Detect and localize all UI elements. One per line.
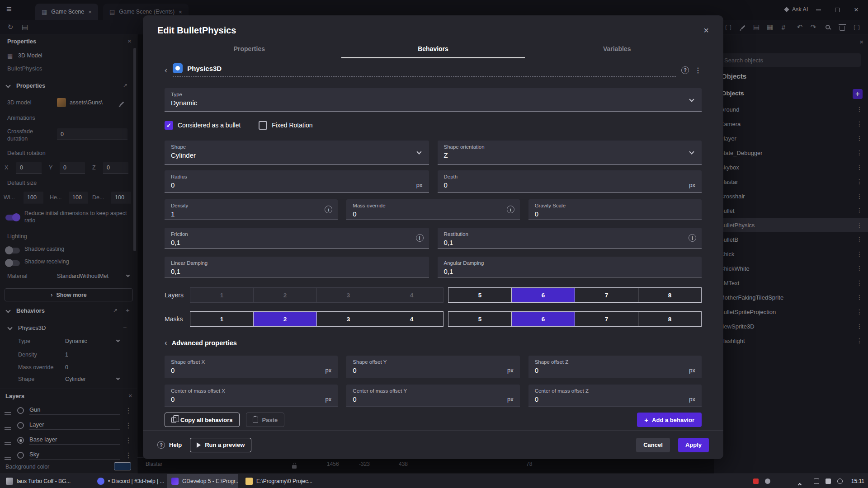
physics3d-icon — [173, 63, 183, 73]
field-value: 0,1 — [171, 267, 423, 275]
tray-app-icon-red[interactable] — [753, 479, 759, 484]
info-icon[interactable] — [416, 234, 424, 242]
field-value: 0 — [353, 210, 513, 218]
unit-label: px — [689, 182, 695, 188]
mass-override-input[interactable]: Mass override 0 — [346, 199, 519, 220]
dialog-title: Edit BulletPhysics — [157, 25, 236, 36]
mask-8-button[interactable]: 8 — [638, 311, 702, 327]
tray-expand-icon[interactable] — [798, 480, 801, 488]
tray-app-icon[interactable] — [765, 479, 770, 484]
paste-icon — [253, 417, 258, 423]
tray-volume-icon[interactable] — [826, 479, 831, 484]
layer-1-button[interactable]: 1 — [190, 287, 254, 303]
behavior-name-field[interactable]: Physics3D — [173, 63, 676, 77]
add-behavior-button[interactable]: Add a behavior — [637, 413, 702, 427]
shape-offset-x-input[interactable]: Shape offset X 0 px — [165, 356, 338, 378]
mask-4-button[interactable]: 4 — [380, 311, 443, 327]
plus-icon — [644, 416, 648, 424]
restitution-input[interactable]: Restitution 0,1 — [438, 228, 702, 249]
checkbox-label: Fixed Rotation — [272, 122, 312, 129]
help-button[interactable]: Help — [157, 441, 182, 449]
mask-5-button[interactable]: 5 — [448, 311, 512, 327]
tray-network-icon[interactable] — [814, 479, 819, 484]
field-label: Shape offset Y — [353, 359, 513, 365]
checkbox-icon[interactable] — [165, 121, 173, 130]
copy-all-behaviors-button[interactable]: Copy all behaviors — [165, 413, 240, 427]
info-icon[interactable] — [689, 234, 696, 242]
layer-7-button[interactable]: 7 — [575, 287, 638, 303]
taskbar-app-label: GDevelop 5 - E:\Progr... — [182, 478, 238, 484]
taskbar-app-explorer[interactable]: E:\Programy\0 Projec... — [241, 474, 312, 488]
linear-damping-input[interactable]: Linear Damping 0,1 — [165, 257, 429, 277]
taskbar-app-label: E:\Programy\0 Projec... — [256, 478, 312, 484]
com-offset-x-input[interactable]: Center of mass offset X 0 px — [165, 385, 338, 407]
taskbar-app-discord[interactable]: • Discord | #3d-help | ... — [93, 474, 164, 488]
mask-2-button[interactable]: 2 — [253, 311, 317, 327]
depth-input[interactable]: Depth 0 px — [438, 170, 702, 193]
shape-offset-y-input[interactable]: Shape offset Y 0 px — [346, 356, 519, 378]
cancel-button[interactable]: Cancel — [636, 438, 670, 452]
field-value: 0 — [535, 366, 695, 374]
layer-5-button[interactable]: 5 — [448, 287, 512, 303]
taskbar-app-1[interactable]: laus Turbo Golf - BG... — [2, 474, 89, 488]
checkbox-label: Considered as a bullet — [178, 122, 241, 129]
angular-damping-input[interactable]: Angular Damping 0,1 — [438, 257, 702, 277]
gdevelop-icon — [171, 478, 179, 485]
collapse-behavior-icon[interactable] — [165, 65, 167, 75]
apply-button[interactable]: Apply — [678, 438, 709, 452]
shape-select[interactable]: Shape Cylinder — [165, 141, 429, 165]
radius-input[interactable]: Radius 0 px — [165, 170, 429, 193]
field-label: Shape orientation — [444, 144, 696, 150]
fixed-rotation-checkbox[interactable]: Fixed Rotation — [259, 121, 312, 130]
tray-language-icon[interactable] — [837, 479, 843, 484]
layer-2-button[interactable]: 2 — [253, 287, 317, 303]
com-offset-y-input[interactable]: Center of mass offset Y 0 px — [346, 385, 519, 407]
shape-orientation-select[interactable]: Shape orientation Z — [438, 141, 702, 165]
field-value: 0 — [353, 366, 513, 374]
field-label: Center of mass offset Y — [353, 388, 513, 394]
close-dialog-icon[interactable] — [703, 25, 709, 36]
mask-6-button[interactable]: 6 — [511, 311, 575, 327]
dialog-header: Edit BulletPhysics — [143, 15, 723, 39]
button-label: Cancel — [643, 441, 663, 448]
mask-3-button[interactable]: 3 — [316, 311, 380, 327]
mask-1-button[interactable]: 1 — [190, 311, 254, 327]
field-label: Center of mass offset X — [171, 388, 331, 394]
run-preview-button[interactable]: Run a preview — [190, 438, 251, 452]
help-icon[interactable] — [681, 66, 689, 74]
layer-4-button[interactable]: 4 — [380, 287, 443, 303]
chevron-icon — [165, 338, 167, 347]
field-label: Density — [171, 203, 331, 208]
kebab-icon[interactable] — [694, 66, 702, 75]
layer-6-button[interactable]: 6 — [511, 287, 575, 303]
density-input[interactable]: Density 1 — [165, 199, 338, 220]
field-label: Gravity Scale — [535, 203, 695, 208]
unit-label: px — [416, 182, 423, 188]
folder-icon — [245, 478, 253, 485]
com-offset-z-input[interactable]: Center of mass offset Z 0 px — [528, 385, 702, 407]
tab-properties[interactable]: Properties — [157, 41, 341, 58]
considered-as-bullet-checkbox[interactable]: Considered as a bullet — [165, 121, 241, 130]
field-value: 0 — [535, 395, 695, 403]
info-icon[interactable] — [507, 206, 514, 213]
advanced-properties-toggle[interactable]: Advanced properties — [165, 338, 702, 348]
field-value: 0 — [444, 181, 696, 189]
friction-input[interactable]: Friction 0,1 — [165, 228, 429, 249]
play-icon — [197, 442, 201, 448]
button-label: Run a preview — [205, 441, 245, 448]
tab-behaviors[interactable]: Behaviors — [341, 41, 525, 58]
paste-button[interactable]: Paste — [246, 413, 285, 427]
layer-3-button[interactable]: 3 — [316, 287, 380, 303]
mask-7-button[interactable]: 7 — [575, 311, 638, 327]
field-value: 0 — [171, 181, 423, 189]
behavior-header: Physics3D — [165, 64, 702, 76]
tab-variables[interactable]: Variables — [525, 41, 709, 58]
type-select[interactable]: Type Dynamic — [165, 88, 702, 112]
shape-offset-z-input[interactable]: Shape offset Z 0 px — [528, 356, 702, 378]
checkbox-icon[interactable] — [259, 121, 267, 130]
layer-8-button[interactable]: 8 — [638, 287, 702, 303]
taskbar-app-gdevelop[interactable]: GDevelop 5 - E:\Progr... — [167, 474, 238, 488]
gravity-scale-input[interactable]: Gravity Scale 0 — [528, 199, 702, 220]
taskbar-clock[interactable]: 15:11 — [851, 478, 864, 484]
behavior-name[interactable]: Physics3D — [187, 65, 222, 72]
